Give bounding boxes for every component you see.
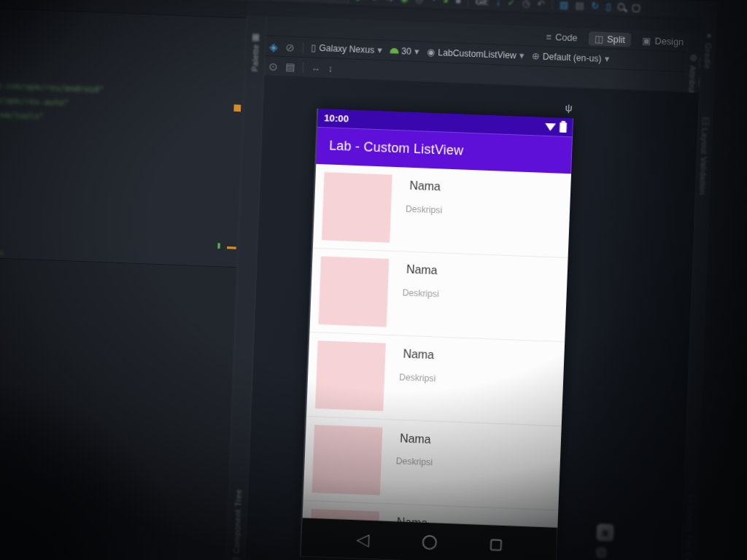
- toolbar-divider: [551, 0, 553, 9]
- status-time: 10:00: [324, 112, 349, 124]
- preview-listview[interactable]: Nama Deskripsi Nama Deskripsi Nama Deskr…: [301, 164, 571, 560]
- recents-icon[interactable]: [490, 539, 502, 551]
- git-label: Git:: [476, 0, 489, 7]
- item-title: Nama: [403, 347, 434, 362]
- device-file-explorer-icon: ▯: [689, 494, 694, 503]
- code-line: nt" ⚠: [0, 246, 4, 257]
- layout-validation-icon: ◫: [702, 116, 710, 125]
- split-tab-icon: ◫: [595, 34, 604, 43]
- zoom-in-icon[interactable]: +: [596, 547, 607, 558]
- code-line: d.com/tools": [0, 109, 44, 120]
- code-line: oid.com/apk/res/android": [0, 80, 104, 94]
- preview-device-selector[interactable]: ▯ Galaxy Nexus ▾: [311, 43, 382, 55]
- layout-preview-phone[interactable]: 10:00 Lab - Custom ListView Nama Deskrip…: [301, 109, 573, 560]
- attributes-icon: ⚙: [689, 54, 697, 63]
- item-thumbnail: [315, 341, 386, 411]
- wifi-icon: [545, 122, 556, 131]
- window-icon[interactable]: ▢: [632, 3, 641, 12]
- sdk-manager-icon[interactable]: ▯: [605, 1, 611, 11]
- logcat-icon[interactable]: ▤: [576, 1, 585, 10]
- item-title: Nama: [400, 431, 431, 446]
- debug-icon[interactable]: ◉: [400, 0, 409, 3]
- toolbar-divider: [468, 0, 469, 7]
- editor-lower-panel: [0, 258, 237, 560]
- item-title: Nama: [406, 262, 438, 277]
- tool-window-component-tree[interactable]: Component Tree ⊟: [226, 489, 247, 560]
- locale-selector[interactable]: ⊕ Default (en-us) ▾: [532, 51, 610, 63]
- list-item[interactable]: Nama Deskripsi: [309, 248, 568, 342]
- back-icon[interactable]: ◁: [356, 531, 370, 548]
- warning-icon: ⚠: [0, 249, 4, 257]
- rollback-icon[interactable]: ↶: [537, 0, 545, 9]
- api-version-selector[interactable]: 30 ▾: [390, 46, 419, 56]
- zoom-to-fit-icon[interactable]: ▣: [597, 524, 614, 541]
- orientation-icon[interactable]: ⊘: [285, 41, 295, 52]
- run-button[interactable]: ▶: [357, 0, 364, 1]
- list-item[interactable]: Nama Deskripsi: [313, 164, 571, 258]
- palette-icon: ▦: [252, 33, 260, 42]
- toolbar-divider: [302, 42, 303, 52]
- apply-code-changes-icon[interactable]: ⇉: [385, 0, 393, 3]
- chevron-down-icon: ▾: [414, 47, 419, 56]
- device-label: Pixel 3 API 28: [284, 0, 337, 1]
- phone-icon: ▯: [311, 43, 316, 52]
- gradle-icon: ●: [706, 31, 711, 40]
- item-subtitle: Deskripsi: [402, 288, 439, 299]
- view-options-icon[interactable]: ⊙: [268, 61, 278, 71]
- device-selector[interactable]: ▯ Pixel 3 API 28 ▾: [270, 0, 350, 3]
- info-marker[interactable]: [217, 243, 220, 249]
- theme-selector[interactable]: ◉ LabCustomListView ▾: [427, 47, 525, 61]
- warning-marker[interactable]: [233, 104, 241, 112]
- android-studio-window: File Edit View Navigate Code Refactor Bu…: [0, 0, 747, 560]
- item-subtitle: Deskripsi: [399, 373, 436, 384]
- app-title: Lab - Custom ListView: [329, 139, 464, 159]
- history-icon[interactable]: ◷: [522, 0, 531, 8]
- toolbar-divider: [303, 62, 304, 73]
- device-manager-icon[interactable]: ▨: [560, 0, 569, 9]
- tab-design[interactable]: ▣ Design: [635, 33, 690, 49]
- tab-split[interactable]: ◫ Split: [588, 31, 632, 47]
- code-line: com/apk/res-auto": [0, 95, 69, 107]
- item-subtitle: Deskripsi: [396, 456, 433, 467]
- status-icons: [545, 122, 567, 133]
- git-update-icon[interactable]: ↓: [496, 0, 501, 7]
- item-subtitle: Deskripsi: [406, 204, 443, 215]
- chevron-down-icon: ▾: [339, 0, 344, 1]
- list-appearance-icon[interactable]: ▤: [285, 61, 295, 71]
- tab-code[interactable]: ≡ Code: [540, 29, 584, 44]
- design-surface[interactable]: ψ 10:00 Lab - Custom ListView Nama: [245, 77, 698, 560]
- attach-debugger-icon[interactable]: ◎: [415, 0, 424, 4]
- profile-debug-icon[interactable]: ◕: [443, 0, 449, 5]
- item-title: Nama: [409, 179, 441, 193]
- chevron-down-icon: ▾: [519, 51, 525, 61]
- tool-window-gradle[interactable]: ● Gradle: [700, 31, 716, 70]
- vertical-arrows-icon[interactable]: ↕: [328, 63, 333, 73]
- profiler-icon[interactable]: ◔: [430, 0, 436, 4]
- render-wrench-icon[interactable]: ψ: [565, 102, 572, 114]
- list-item[interactable]: Nama Deskripsi: [303, 416, 562, 510]
- android-icon: [390, 48, 398, 54]
- surface-zoom-controls: ▣ +: [596, 524, 614, 559]
- list-item[interactable]: Nama Deskripsi: [306, 332, 565, 427]
- globe-icon: ⊕: [532, 51, 540, 61]
- horizontal-arrows-icon[interactable]: ↔: [311, 63, 320, 72]
- item-thumbnail: [322, 172, 392, 243]
- sync-project-icon[interactable]: ↻: [591, 1, 599, 10]
- stop-icon[interactable]: ■: [455, 0, 461, 5]
- git-commit-icon[interactable]: ✓: [507, 0, 515, 7]
- tool-window-palette[interactable]: ▦ Palette: [245, 32, 265, 71]
- battery-icon: [560, 122, 567, 132]
- apply-changes-icon[interactable]: ↻: [371, 0, 379, 2]
- search-everywhere-icon[interactable]: [618, 3, 625, 10]
- design-tab-icon: ▣: [642, 36, 651, 45]
- code-editor-pane[interactable]: ed y> oid.com/apk/res/android" com/apk/r…: [0, 0, 247, 560]
- code-tab-icon: ≡: [546, 32, 551, 42]
- theme-icon: ◉: [427, 47, 436, 57]
- design-surface-icon[interactable]: ◈: [269, 41, 278, 52]
- item-thumbnail: [318, 257, 389, 327]
- home-icon[interactable]: [422, 534, 438, 550]
- photo-scene: File Edit View Navigate Code Refactor Bu…: [0, 0, 747, 560]
- component-tree-icon: ⊟: [232, 557, 239, 560]
- warning-marker[interactable]: [227, 246, 236, 249]
- chevron-down-icon: ▾: [377, 45, 382, 55]
